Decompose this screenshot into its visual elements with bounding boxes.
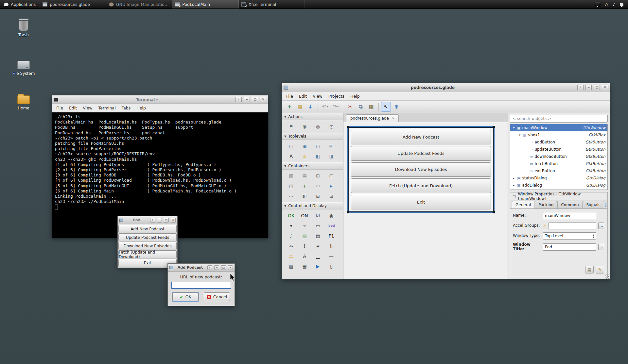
minimize-button[interactable]: − [585,85,592,90]
ok-button[interactable]: ✔ OK [172,292,199,301]
palette-widget[interactable]: ⊞ [312,171,324,180]
tab-podresources-glade[interactable]: podresources.glade ✕ [346,114,399,122]
taskbar-item-xfce-terminal[interactable]: 2 Xfce Terminal [239,0,305,8]
minimize-button[interactable]: − [244,97,250,102]
design-button[interactable]: Fetch (Update and Download) [351,178,491,193]
palette-widget[interactable]: ▭ [312,181,324,190]
palette-widget[interactable]: ◧ [312,152,324,161]
shade-button[interactable]: ∧ [577,85,584,90]
palette-widget[interactable]: F1 [325,231,337,240]
section-expander-icon[interactable]: ▼ [284,115,286,118]
tree-row-adddialog[interactable]: ▸ ▣ addDialog GtkDialog [510,182,607,189]
design-button[interactable]: Add New Podcast [351,130,491,144]
palette-widget[interactable]: ◷ [325,122,337,131]
menu-item[interactable]: View [310,93,325,100]
selection-handle[interactable] [347,211,349,213]
palette-widget[interactable]: ◉ [325,211,337,220]
section-expander-icon[interactable]: ▼ [284,165,286,168]
palette-widget[interactable]: ⇅ [325,241,337,251]
widget-doc-button[interactable]: ▤ [585,266,594,273]
menu-item[interactable]: File [283,93,296,100]
tab-packing[interactable]: Packing [535,201,557,208]
palette-widget[interactable]: ▦ [299,262,310,271]
menu-item[interactable]: Terminal [96,105,119,111]
design-canvas[interactable]: Add New PodcastUpdate Podcast FeedsDownl… [343,122,508,279]
tab-general[interactable]: General [512,201,534,208]
palette-widget[interactable]: ▾ [285,221,297,230]
tab-close-icon[interactable]: ✕ [392,117,395,120]
palette-widget[interactable]: ↕ [299,241,310,251]
palette-widget[interactable]: ON [299,211,310,220]
expander-icon[interactable]: ▸ [512,176,515,180]
palette-widget[interactable]: ▢ [285,141,297,151]
palette-section-toplevels[interactable]: ▼ Toplevels [282,133,343,140]
taskbar-item-podlocalmain[interactable]: 2 PodLocalMain [172,0,239,8]
palette-widget[interactable]: ▿ [299,221,310,230]
palette-section-actions[interactable]: ▼ Actions [282,113,343,120]
minimize-button[interactable]: − [214,265,219,270]
window-type-select[interactable]: Top Level ▲ ▼ [543,232,596,240]
palette-widget[interactable]: ▧ [285,262,297,271]
palette-widget[interactable]: A [285,152,297,161]
section-expander-icon[interactable]: ▼ [284,205,286,207]
palette-widget[interactable]: ▢ [325,171,337,180]
notifications-icon[interactable] [620,3,623,6]
open-project-button[interactable]: ▤ [295,102,305,112]
maximize-button[interactable]: □ [252,97,258,102]
podcast-url-input[interactable] [171,282,231,289]
copy-button[interactable]: ⧉ [356,102,366,112]
cancel-button[interactable]: ✕ Cancel [204,292,230,301]
palette-widget[interactable]: ◉ [299,122,310,131]
pod-action-button[interactable]: Download New Episodes [118,242,177,250]
selector-button[interactable]: ↖ [381,102,391,112]
redo-dropdown-arrow[interactable]: ▾ [337,105,339,108]
palette-widget[interactable]: + [299,181,310,190]
close-button[interactable]: ✕ [228,265,233,270]
tree-row-fetchbutton[interactable]: ▭ fetchButton GtkButton [510,160,607,167]
expander-icon[interactable]: ▾ [518,133,521,137]
palette-widget[interactable]: ▥ [285,171,297,180]
palette-widget[interactable]: OK [285,211,297,220]
resize-grip[interactable] [605,274,609,279]
tree-row-statusdialog[interactable]: ▸ ▣ statusDialog GtkDialog [510,174,607,182]
palette-widget[interactable]: ⊡ [325,191,337,201]
cut-button[interactable]: ✂ [345,102,355,112]
palette-widget[interactable]: ◎ [312,122,324,131]
paste-button[interactable]: ▦ [366,102,376,112]
mainwindow-design[interactable]: Add New PodcastUpdate Podcast FeedsDownl… [348,127,494,212]
shade-button[interactable]: ∧ [150,218,155,223]
undo-dropdown-arrow[interactable]: ▾ [327,105,328,108]
menu-item[interactable]: Help [347,93,363,100]
desktop-icon-home[interactable]: Home [8,90,39,110]
terminal-titlebar[interactable]: Terminal - ∧ − □ ✕ [52,95,268,104]
palette-widget[interactable]: ▯ [325,262,337,271]
shade-button[interactable]: ∧ [207,265,212,270]
name-field[interactable]: mainWindow [543,212,596,219]
redo-button[interactable]: ↷▾ [331,102,340,112]
selection-handle[interactable] [347,126,349,128]
close-button[interactable]: ✕ [260,97,266,102]
palette-widget[interactable]: ▸ [325,181,337,190]
add-podcast-titlebar[interactable]: Add Podcast ∧ − □ ✕ [168,264,235,272]
palette-widget[interactable]: ▤ [299,171,310,180]
volume-icon[interactable]: ♪ [613,2,615,7]
menu-item[interactable]: Projects [325,93,347,100]
selection-handle[interactable] [493,211,495,213]
design-button[interactable]: Download New Episodes [351,162,491,177]
menu-item[interactable]: Tabs [119,105,134,111]
undo-button[interactable]: ↶▾ [320,102,330,112]
tree-row-vbox1[interactable]: ▾ ▥ vbox1 GtkVBox [510,131,607,139]
taskbar-item-glade[interactable]: podresources.glade [40,0,106,8]
info-icon[interactable]: i [605,202,606,207]
menu-item[interactable]: View [80,105,96,111]
selection-handle[interactable] [493,126,495,128]
window-title-picker-button[interactable]: … [598,244,604,250]
minimize-button[interactable]: − [157,218,162,223]
palette-widget[interactable]: ⊟ [312,191,324,201]
pod-action-button[interactable]: Update Podcast Feeds [118,233,177,241]
palette-widget[interactable]: ▁ [312,252,324,261]
menu-item[interactable]: Edit [296,93,310,100]
tree-row-updatebutton[interactable]: ▭ updateButton GtkButton [510,146,607,153]
palette-widget[interactable]: ▨ [299,231,310,240]
pod-titlebar[interactable]: Pod ∧ − □ ✕ [118,216,177,224]
